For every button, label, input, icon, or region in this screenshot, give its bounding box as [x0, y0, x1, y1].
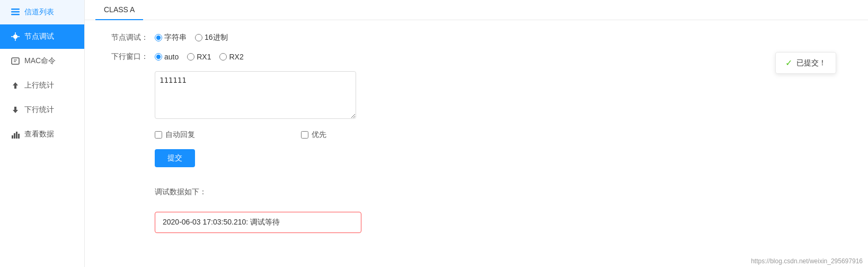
rx2-radio[interactable] — [219, 53, 227, 61]
svg-rect-14 — [18, 134, 20, 139]
mac-icon — [11, 56, 20, 66]
svg-rect-1 — [11, 11, 20, 13]
svg-rect-13 — [16, 132, 17, 139]
downlink-label: 下行窗口： — [106, 52, 148, 62]
sidebar-item-node-debug[interactable]: 节点调试 — [0, 24, 84, 49]
svg-point-3 — [13, 35, 17, 39]
toast-notification: ✓ 已提交！ — [775, 52, 836, 74]
check-icon: ✓ — [785, 58, 792, 68]
debug-type-radio-group: 字符串 16进制 — [155, 33, 228, 42]
debug-log-box: 2020-06-03 17:03:50.210: 调试等待 — [155, 212, 361, 233]
download-icon — [11, 105, 20, 115]
submit-row: 提交 — [106, 149, 847, 178]
content-area: ✓ 已提交！ 节点调试： 字符串 16进制 下行窗口： — [85, 20, 868, 255]
watermark: https://blog.csdn.net/weixin_295697916 — [751, 257, 863, 265]
rx1-radio-label[interactable]: RX1 — [187, 53, 211, 61]
string-radio-label[interactable]: 字符串 — [155, 33, 187, 42]
auto-reply-label[interactable]: 自动回复 — [155, 130, 195, 140]
debug-icon — [11, 32, 20, 41]
svg-rect-0 — [11, 8, 20, 10]
sidebar-item-view-data[interactable]: 查看数据 — [0, 122, 84, 147]
sidebar: 信道列表 节点调试 MAC命令 上 — [0, 0, 85, 267]
textarea-wrapper: 111111 — [155, 71, 356, 120]
submit-button[interactable]: 提交 — [155, 149, 195, 167]
svg-rect-8 — [12, 58, 19, 64]
sidebar-item-uplink-stats[interactable]: 上行统计 — [0, 73, 84, 98]
debug-type-row: 节点调试： 字符串 16进制 — [106, 33, 847, 42]
sidebar-item-mac-command[interactable]: MAC命令 — [0, 49, 84, 73]
sidebar-item-label: 信道列表 — [24, 7, 54, 17]
auto-option-label: auto — [164, 53, 179, 61]
debug-data-label: 调试数据如下： — [155, 187, 207, 197]
toast-message: 已提交！ — [796, 58, 826, 68]
auto-radio-label[interactable]: auto — [155, 53, 179, 61]
sidebar-item-label: 查看数据 — [24, 130, 54, 139]
tab-bar: CLASS A — [85, 0, 868, 20]
watermark-text: https://blog.csdn.net/weixin_295697916 — [751, 257, 863, 265]
sidebar-item-channel-list[interactable]: 信道列表 — [0, 0, 84, 24]
auto-radio[interactable] — [155, 53, 162, 61]
priority-text: 优先 — [312, 130, 326, 140]
hex-option-label: 16进制 — [205, 33, 228, 42]
priority-label[interactable]: 优先 — [301, 130, 326, 140]
list-icon — [11, 7, 20, 17]
message-textarea[interactable]: 111111 — [155, 71, 356, 119]
debug-label: 节点调试： — [106, 33, 148, 42]
svg-rect-12 — [14, 133, 15, 139]
hex-radio[interactable] — [195, 34, 202, 41]
sidebar-item-label: 上行统计 — [24, 81, 54, 90]
sidebar-item-downlink-stats[interactable]: 下行统计 — [0, 98, 84, 122]
svg-rect-11 — [12, 135, 13, 139]
auto-reply-checkbox[interactable] — [155, 131, 162, 139]
tab-class-a[interactable]: CLASS A — [95, 0, 143, 20]
priority-checkbox[interactable] — [301, 131, 308, 139]
svg-rect-2 — [11, 14, 20, 15]
auto-reply-text: 自动回复 — [165, 130, 195, 140]
rx1-option-label: RX1 — [197, 53, 211, 61]
data-icon — [11, 130, 20, 139]
downlink-row: 下行窗口： auto RX1 RX2 — [106, 52, 847, 62]
downlink-radio-group: auto RX1 RX2 — [155, 53, 244, 61]
upload-icon — [11, 81, 20, 90]
string-radio[interactable] — [155, 34, 162, 41]
checkbox-row: 自动回复 优先 — [106, 130, 847, 140]
message-row: 111111 — [106, 71, 847, 120]
debug-log-text: 2020-06-03 17:03:50.210: 调试等待 — [163, 218, 280, 226]
rx2-radio-label[interactable]: RX2 — [219, 53, 243, 61]
sidebar-item-label: MAC命令 — [24, 56, 56, 66]
rx1-radio[interactable] — [187, 53, 194, 61]
sidebar-item-label: 下行统计 — [24, 105, 54, 115]
debug-log-row: 2020-06-03 17:03:50.210: 调试等待 — [106, 212, 847, 233]
hex-radio-label[interactable]: 16进制 — [195, 33, 228, 42]
rx2-option-label: RX2 — [229, 53, 243, 61]
sidebar-item-label: 节点调试 — [24, 32, 54, 41]
string-option-label: 字符串 — [164, 33, 187, 42]
main-content: CLASS A ✓ 已提交！ 节点调试： 字符串 16进制 下 — [85, 0, 868, 267]
debug-data-row: 调试数据如下： — [106, 187, 847, 202]
